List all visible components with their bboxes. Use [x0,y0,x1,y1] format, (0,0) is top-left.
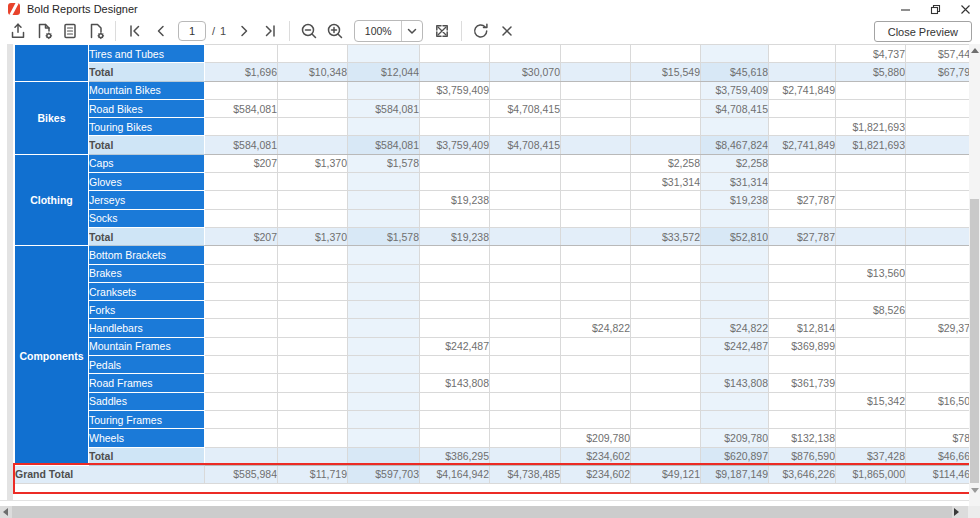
value-cell [205,319,278,337]
value-cell [278,410,348,428]
value-cell [906,209,971,227]
cancel-button[interactable] [494,20,520,42]
page-setup-button[interactable] [83,20,109,42]
value-cell: $24,822 [561,319,631,337]
page-number-input[interactable] [178,21,206,41]
subcategory-cell: Bottom Brackets [89,246,205,264]
value-cell [701,45,769,63]
value-cell [701,264,769,282]
value-cell [631,447,701,465]
value-cell: $1,370 [278,154,348,172]
value-cell: $29,37 [906,319,971,337]
horizontal-scrollbar[interactable] [0,506,980,518]
table-row: Brakes$13,560 [15,264,971,282]
scroll-up-arrow-icon[interactable] [971,48,979,53]
value-cell: $876,590 [769,447,836,465]
scroll-down-arrow-icon[interactable] [971,488,979,493]
value-cell [906,264,971,282]
value-cell [836,337,906,355]
refresh-button[interactable] [468,20,494,42]
value-cell [701,246,769,264]
value-cell [490,410,561,428]
value-cell [205,374,278,392]
vertical-scrollbar[interactable] [969,44,980,506]
value-cell [769,301,836,319]
value-cell: $143,808 [701,374,769,392]
value-cell [906,136,971,154]
print-layout-button[interactable] [57,20,83,42]
export-button[interactable] [5,20,31,42]
zoom-level-select[interactable]: 100% [354,20,423,42]
minimize-button[interactable] [890,0,920,18]
value-cell [769,99,836,117]
last-page-button[interactable] [257,20,283,42]
restore-button[interactable] [920,0,950,18]
value-cell: $13,560 [836,264,906,282]
value-cell: $1,865,000 [836,465,906,483]
value-cell [490,173,561,191]
next-page-button[interactable] [231,20,257,42]
scroll-right-arrow-icon[interactable] [954,508,959,516]
subcategory-cell: Forks [89,301,205,319]
subcategory-cell: Jerseys [89,191,205,209]
value-cell [561,356,631,374]
horizontal-scrollbar-thumb[interactable] [12,506,952,518]
value-cell [836,356,906,374]
value-cell [278,301,348,319]
value-cell: $207 [205,227,278,245]
value-cell [906,118,971,136]
value-cell [701,209,769,227]
value-cell: $2,258 [701,154,769,172]
vertical-scrollbar-thumb[interactable] [970,199,979,483]
subcategory-cell: Mountain Frames [89,337,205,355]
value-cell [631,246,701,264]
subcategory-cell: Brakes [89,264,205,282]
previous-page-button[interactable] [148,20,174,42]
bold-reports-logo-icon [8,3,20,15]
value-cell [561,63,631,81]
table-row: Touring Frames [15,410,971,428]
export-icon [8,21,28,41]
subcategory-cell: Mountain Bikes [89,81,205,99]
zoom-out-button[interactable] [296,20,322,42]
value-cell: $5,880 [836,63,906,81]
close-window-button[interactable] [950,0,980,18]
category-cell [15,45,89,82]
table-row: Road Frames$143,808$143,808$361,739 [15,374,971,392]
value-cell [205,356,278,374]
value-cell [490,118,561,136]
close-preview-button[interactable]: Close Preview [874,21,972,42]
grand-total-label: Grand Total [15,465,205,483]
value-cell [836,429,906,447]
subcategory-cell: Cranksets [89,282,205,300]
value-cell: $30,070 [490,63,561,81]
value-cell [420,246,490,264]
value-cell [420,301,490,319]
table-row: Pedals [15,356,971,374]
table-row: Wheels$209,780$209,780$132,138$78 [15,429,971,447]
scroll-left-arrow-icon[interactable] [3,508,8,516]
first-page-button[interactable] [122,20,148,42]
value-cell: $8,467,824 [701,136,769,154]
fit-to-page-button[interactable] [429,20,455,42]
value-cell [490,447,561,465]
value-cell [278,282,348,300]
value-cell [348,429,420,447]
value-cell [701,410,769,428]
value-cell [701,282,769,300]
value-cell [278,429,348,447]
zoom-in-button[interactable] [322,20,348,42]
page-left-edge [7,44,13,500]
value-cell: $27,787 [769,227,836,245]
value-cell [420,264,490,282]
value-cell: $2,741,849 [769,136,836,154]
value-cell [701,118,769,136]
value-cell [561,173,631,191]
value-cell [836,191,906,209]
export-settings-button[interactable] [31,20,57,42]
export-settings-icon [34,21,54,41]
scrollbar-corner [968,506,980,518]
value-cell [278,118,348,136]
first-page-icon [125,21,145,41]
value-cell [205,81,278,99]
